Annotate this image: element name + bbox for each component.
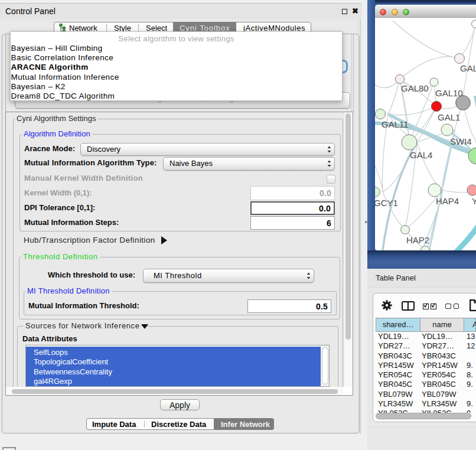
svg-text:HAP4: HAP4 (436, 196, 459, 206)
svg-text:GAL1: GAL1 (438, 112, 460, 122)
svg-text:HAP2: HAP2 (406, 235, 429, 245)
svg-text:GAL10: GAL10 (435, 88, 463, 98)
svg-text:GAL80: GAL80 (401, 83, 429, 93)
svg-text:GCY1: GCY1 (375, 198, 398, 208)
svg-text:Y: Y (472, 196, 476, 206)
svg-text:GAL11: GAL11 (382, 119, 409, 129)
svg-text:GAL: GAL (460, 63, 476, 73)
svg-text:SWI4: SWI4 (450, 136, 472, 146)
svg-text:GAL4: GAL4 (410, 150, 432, 160)
